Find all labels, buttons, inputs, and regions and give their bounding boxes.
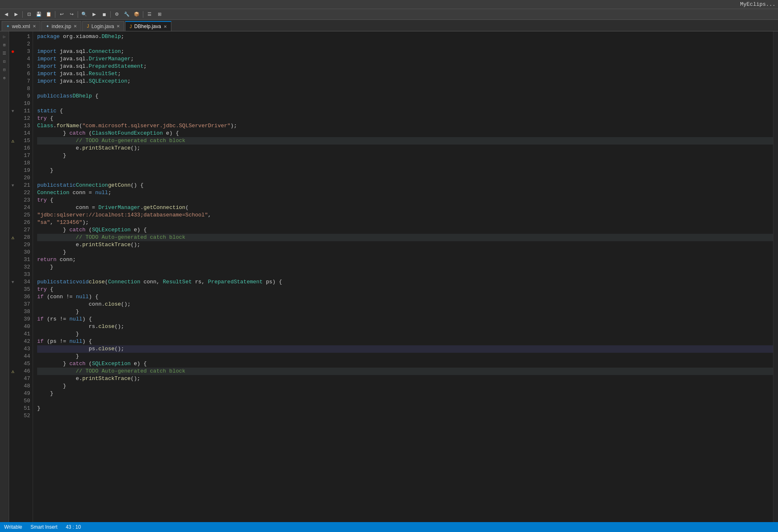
line-num-10: 10 — [17, 100, 30, 107]
gutter-line-5 — [9, 63, 17, 70]
line-num-15: 15 — [17, 137, 30, 145]
line-num-30: 30 — [17, 249, 30, 256]
line-num-31: 31 — [17, 256, 30, 264]
editor-area[interactable]: ●▼⚠▼⚠▼⚠ 12345678910111213141516171819202… — [9, 31, 778, 522]
code-line-17: } — [37, 152, 773, 159]
code-line-50 — [37, 397, 773, 405]
code-line-32: } — [37, 264, 773, 271]
gutter-line-9 — [9, 93, 17, 100]
toolbar-btn-12[interactable]: 🔧 — [122, 10, 131, 19]
toolbar-btn-11[interactable]: ⚙ — [112, 10, 121, 19]
gutter-line-13 — [9, 122, 17, 130]
toolbar: ◀ ▶ ⊡ 💾 📋 ↩ ↪ 🔍 ▶ ⏹ ⚙ 🔧 📦 ☰ ⊞ — [0, 9, 778, 20]
sidebar-icon-2[interactable]: ⊞ — [1, 41, 8, 49]
line-num-49: 49 — [17, 390, 30, 397]
tab-web-xml[interactable]: ✦ web.xml ✕ — [2, 21, 40, 31]
gutter-line-10 — [9, 100, 17, 107]
gutter-line-49 — [9, 390, 17, 397]
toolbar-btn-9[interactable]: ▶ — [90, 10, 99, 19]
gutter-line-45 — [9, 360, 17, 368]
collapse-marker[interactable]: ▼ — [12, 109, 14, 114]
tab-icon-dbhelp-java: J — [130, 24, 132, 29]
toolbar-btn-8[interactable]: 🔍 — [80, 10, 89, 19]
line-num-7: 7 — [17, 78, 30, 85]
sidebar-icon-3[interactable]: ☰ — [1, 50, 8, 57]
code-line-2 — [37, 40, 773, 48]
line-num-20: 20 — [17, 174, 30, 182]
code-content: ●▼⚠▼⚠▼⚠ 12345678910111213141516171819202… — [9, 31, 778, 522]
line-num-37: 37 — [17, 301, 30, 308]
code-lines[interactable]: package org.xiaomao.DBhelp; import java.… — [33, 31, 773, 522]
code-line-45: } catch (SQLException e) { — [37, 360, 773, 368]
toolbar-sep-2 — [55, 11, 55, 18]
gutter-line-11: ▼ — [9, 107, 17, 115]
scrollbar-vertical[interactable] — [773, 31, 778, 522]
breakpoint-marker: ● — [11, 48, 14, 55]
line-num-32: 32 — [17, 264, 30, 271]
status-writable: Writable — [4, 524, 22, 530]
toolbar-btn-6[interactable]: ↩ — [57, 10, 66, 19]
line-num-16: 16 — [17, 145, 30, 152]
main-layout: ▷ ⊞ ☰ ⊡ ⊟ ⊕ ●▼⚠▼⚠▼⚠ 12345678910111213141… — [0, 31, 778, 522]
line-numbers: 1234567891011121314151617181920212223242… — [17, 31, 33, 522]
code-line-41: } — [37, 330, 773, 338]
collapse-marker[interactable]: ▼ — [12, 280, 14, 285]
code-line-38: } — [37, 308, 773, 316]
tab-close-web-xml[interactable]: ✕ — [33, 24, 36, 28]
code-line-23: try { — [37, 197, 773, 204]
code-line-9: public class DBhelp { — [37, 93, 773, 100]
toolbar-btn-10[interactable]: ⏹ — [100, 10, 109, 19]
line-num-27: 27 — [17, 226, 30, 234]
code-line-44: } — [37, 353, 773, 360]
gutter-line-26 — [9, 219, 17, 226]
line-num-9: 9 — [17, 93, 30, 100]
code-line-14: } catch (ClassNotFoundException e) { — [37, 130, 773, 137]
code-line-15: // TODO Auto-generated catch block — [37, 137, 773, 145]
code-line-28: // TODO Auto-generated catch block — [37, 234, 773, 241]
line-num-3: 3 — [17, 48, 30, 55]
gutter-line-6 — [9, 70, 17, 78]
code-line-52 — [37, 412, 773, 420]
line-num-42: 42 — [17, 338, 30, 345]
gutter-line-7 — [9, 78, 17, 85]
tab-dbhelp-java[interactable]: J DBhelp.java ✕ — [125, 21, 171, 31]
toolbar-btn-4[interactable]: 💾 — [34, 10, 43, 19]
tab-login-java[interactable]: J Login.java ✕ — [82, 21, 124, 31]
sidebar-icon-6[interactable]: ⊕ — [1, 74, 8, 82]
tab-close-dbhelp-java[interactable]: ✕ — [164, 24, 167, 29]
line-num-14: 14 — [17, 130, 30, 137]
code-line-27: } catch (SQLException e) { — [37, 226, 773, 234]
line-num-12: 12 — [17, 115, 30, 122]
status-smart-insert: Smart Insert — [31, 524, 57, 530]
line-num-13: 13 — [17, 122, 30, 130]
toolbar-btn-14[interactable]: ☰ — [145, 10, 154, 19]
gutter-line-27 — [9, 226, 17, 234]
sidebar-icon-5[interactable]: ⊟ — [1, 66, 8, 74]
toolbar-btn-2[interactable]: ▶ — [12, 10, 21, 19]
sidebar-icon-4[interactable]: ⊡ — [1, 58, 8, 65]
toolbar-btn-7[interactable]: ↪ — [67, 10, 76, 19]
tab-close-login-java[interactable]: ✕ — [116, 24, 120, 28]
title-bar-text: MyEclips... — [740, 1, 776, 7]
line-num-6: 6 — [17, 70, 30, 78]
title-bar: MyEclips... — [0, 0, 778, 9]
toolbar-btn-5[interactable]: 📋 — [44, 10, 53, 19]
toolbar-btn-1[interactable]: ◀ — [2, 10, 11, 19]
line-num-25: 25 — [17, 211, 30, 219]
toolbar-btn-15[interactable]: ⊞ — [155, 10, 164, 19]
collapse-marker[interactable]: ▼ — [12, 183, 14, 188]
line-num-22: 22 — [17, 189, 30, 197]
line-num-41: 41 — [17, 330, 30, 338]
tab-index-jsp[interactable]: ✦ index.jsp ✕ — [41, 21, 81, 31]
line-num-52: 52 — [17, 412, 30, 420]
tabs-bar: ✦ web.xml ✕ ✦ index.jsp ✕ J Login.java ✕… — [0, 20, 778, 31]
code-line-8 — [37, 85, 773, 93]
toolbar-btn-13[interactable]: 📦 — [132, 10, 141, 19]
toolbar-sep-4 — [110, 11, 111, 18]
gutter-line-42 — [9, 338, 17, 345]
gutter-line-22 — [9, 189, 17, 197]
gutter-line-34: ▼ — [9, 278, 17, 286]
tab-close-index-jsp[interactable]: ✕ — [74, 24, 77, 28]
toolbar-btn-3[interactable]: ⊡ — [24, 10, 33, 19]
sidebar-icon-1[interactable]: ▷ — [1, 33, 8, 40]
